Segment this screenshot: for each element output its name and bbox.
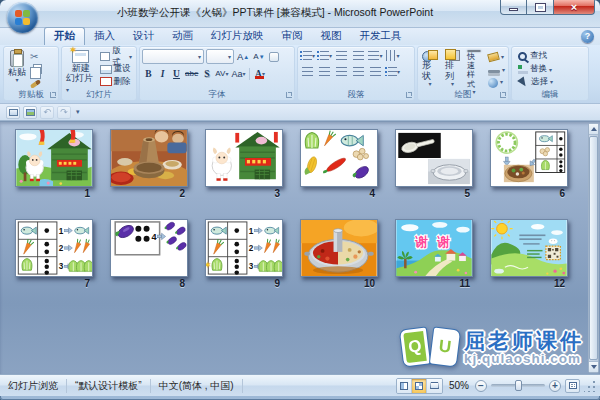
align-right-button[interactable]	[334, 65, 349, 78]
slide-thumbnail-12[interactable]	[490, 219, 568, 277]
svg-text:3: 3	[249, 262, 254, 271]
find-button[interactable]: 查找	[516, 50, 584, 63]
qat-picture-button[interactable]	[23, 106, 37, 119]
slide-thumbnail-4[interactable]	[300, 129, 378, 187]
clipboard-dialog-launcher[interactable]	[50, 92, 56, 98]
slide-thumbnail-2[interactable]	[110, 129, 188, 187]
tab-design[interactable]: 设计	[124, 28, 163, 45]
slide-thumbnail-6[interactable]	[490, 129, 568, 187]
new-slide-button[interactable]: ✶ 新建 幻灯片 ▾	[64, 49, 98, 89]
clear-formatting-button[interactable]	[268, 50, 281, 63]
paragraph-group-label: 段落	[348, 89, 365, 99]
align-left-button[interactable]	[300, 65, 315, 78]
slide-thumbnail-8[interactable]: 4	[110, 219, 188, 277]
scroll-up-button[interactable]	[589, 124, 598, 135]
replace-button[interactable]: 替换▾	[516, 63, 584, 76]
slide-thumbnail-9[interactable]: 1 2 3 ✶	[205, 219, 283, 277]
close-button[interactable]: ×	[554, 0, 595, 15]
scroll-down-button[interactable]	[589, 361, 598, 372]
zoom-slider-thumb[interactable]	[515, 380, 522, 391]
numbering-button[interactable]: ▾	[317, 49, 332, 62]
scrollbar-thumb[interactable]	[589, 136, 598, 360]
select-button[interactable]: 选择▾	[516, 75, 584, 88]
design-template-status[interactable]: “默认设计模板”	[67, 379, 151, 393]
language-status[interactable]: 中文(简体 , 中国)	[151, 379, 243, 393]
delete-slide-button[interactable]: 删除	[98, 76, 134, 89]
tab-slideshow[interactable]: 幻灯片放映	[202, 28, 273, 45]
group-drawing: 形状▾ 排列▾ 快速样式▾ ▾ ▾ ▾ 绘图	[417, 46, 509, 101]
maximize-button[interactable]	[527, 0, 554, 15]
change-case-button[interactable]: Aa▾	[230, 67, 246, 80]
slide-thumbnail-1[interactable]	[15, 129, 93, 187]
bold-button[interactable]: B	[142, 67, 155, 80]
group-editing: 查找 替换▾ 选择▾ 编辑	[511, 46, 589, 101]
text-direction-button[interactable]: ▾	[385, 49, 400, 62]
justify-button[interactable]	[351, 65, 366, 78]
strikethrough-button[interactable]: abe	[184, 67, 199, 80]
undo-button[interactable]: ↶	[40, 106, 54, 119]
shrink-font-button[interactable]: A▼	[252, 50, 265, 63]
slide-sorter-view-button[interactable]	[412, 379, 427, 393]
tab-view[interactable]: 视图	[312, 28, 351, 45]
qat-view-button[interactable]	[6, 106, 20, 119]
resize-grip[interactable]	[584, 379, 597, 392]
shape-fill-button[interactable]: ▾	[486, 50, 507, 63]
minimize-button[interactable]	[500, 0, 527, 15]
slide-thumbnail-11[interactable]: 谢 谢	[395, 219, 473, 277]
italic-button[interactable]: I	[156, 67, 169, 80]
bullets-button[interactable]: ▾	[300, 49, 315, 62]
drawing-dialog-launcher[interactable]	[500, 92, 506, 98]
font-name-select[interactable]: ▾	[142, 49, 204, 64]
text-direction-icon	[386, 50, 395, 61]
vertical-scrollbar[interactable]	[588, 123, 599, 373]
increase-indent-button[interactable]	[351, 49, 366, 62]
normal-view-button[interactable]	[397, 379, 412, 393]
redo-button[interactable]: ↷	[57, 106, 71, 119]
slide-sorter-area[interactable]: 1 2 3 4 5 6 1 2 3 7 4	[0, 121, 600, 374]
zoom-slider[interactable]	[491, 384, 545, 387]
justify-icon	[353, 67, 364, 76]
columns-button[interactable]: ▾	[385, 65, 400, 78]
shape-outline-button[interactable]: ▾	[486, 63, 507, 76]
align-center-button[interactable]	[317, 65, 332, 78]
slide-thumbnail-5[interactable]	[395, 129, 473, 187]
office-button[interactable]	[7, 2, 38, 33]
slide-thumbnail-7[interactable]: 1 2 3	[15, 219, 93, 277]
decrease-indent-button[interactable]	[334, 49, 349, 62]
tab-developer[interactable]: 开发工具	[351, 28, 411, 45]
paragraph-dialog-launcher[interactable]	[406, 92, 412, 98]
zoom-in-button[interactable]: +	[549, 380, 561, 392]
slide-grid: 1 2 3 4 5 6 1 2 3 7 4	[0, 122, 585, 290]
layout-button[interactable]: 版式▾	[98, 50, 134, 63]
font-size-select[interactable]: ▾	[206, 49, 234, 64]
tab-animations[interactable]: 动画	[163, 28, 202, 45]
font-dialog-launcher[interactable]	[286, 92, 292, 98]
qat-customize-button[interactable]: ▾	[74, 108, 80, 116]
distributed-button[interactable]	[368, 65, 383, 78]
zoom-out-button[interactable]: −	[475, 380, 487, 392]
reset-button[interactable]: 重设	[98, 63, 134, 76]
help-icon[interactable]: ?	[581, 30, 594, 43]
character-spacing-button[interactable]: AV▾	[214, 67, 229, 80]
tab-home[interactable]: 开始	[44, 27, 85, 45]
shadow-button[interactable]: S	[200, 67, 213, 80]
paste-button[interactable]: 粘贴 ▾	[6, 49, 28, 89]
arrange-button[interactable]: 排列▾	[443, 49, 462, 89]
grow-font-button[interactable]: A▲	[236, 50, 250, 63]
line-spacing-button[interactable]: ▾	[368, 49, 383, 62]
titlebar[interactable]: 小班数学公开课《火锅》PPT课件 [兼容模式] - Microsoft Powe…	[0, 0, 600, 28]
tab-insert[interactable]: 插入	[85, 28, 124, 45]
quick-styles-button[interactable]: 快速样式▾	[465, 49, 483, 89]
font-color-button[interactable]: A▾	[253, 67, 266, 80]
shapes-button[interactable]: 形状▾	[420, 49, 440, 89]
fit-to-window-button[interactable]	[565, 379, 580, 393]
cut-button[interactable]: ✂	[28, 50, 44, 63]
slide-thumbnail-10[interactable]	[300, 219, 378, 277]
slide-thumbnail-3[interactable]	[205, 129, 283, 187]
slideshow-view-button[interactable]	[427, 379, 442, 393]
zoom-level[interactable]: 50%	[447, 380, 471, 391]
copy-button[interactable]	[28, 63, 44, 76]
shape-effects-button[interactable]: ▾	[486, 75, 507, 88]
underline-button[interactable]: U	[170, 67, 183, 80]
tab-review[interactable]: 审阅	[273, 28, 312, 45]
